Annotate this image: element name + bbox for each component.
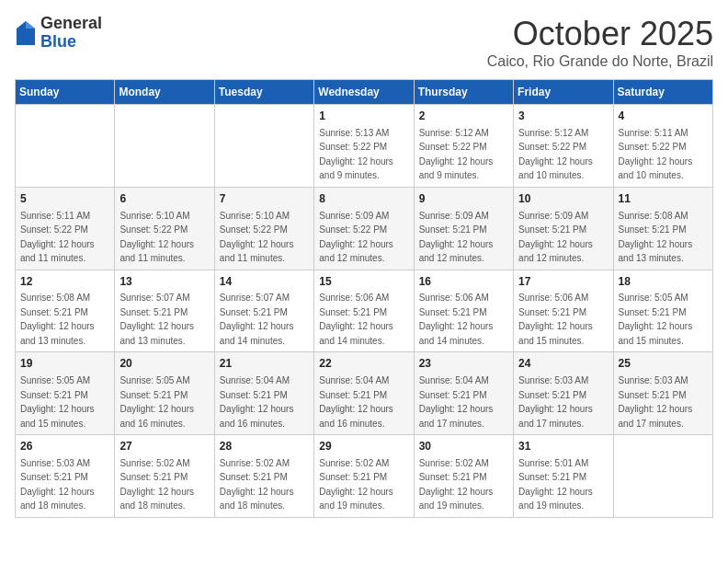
day-number: 30 (419, 439, 508, 454)
location-title: Caico, Rio Grande do Norte, Brazil (487, 53, 713, 70)
logo: General Blue (15, 15, 102, 52)
day-info: Sunrise: 5:01 AM Sunset: 5:21 PM Dayligh… (518, 458, 593, 511)
calendar-cell: 24Sunrise: 5:03 AM Sunset: 5:21 PM Dayli… (514, 352, 613, 435)
calendar-cell: 23Sunrise: 5:04 AM Sunset: 5:21 PM Dayli… (414, 352, 513, 435)
week-row-1: 1Sunrise: 5:13 AM Sunset: 5:22 PM Daylig… (16, 105, 713, 188)
day-header-tuesday: Tuesday (214, 80, 313, 105)
day-number: 21 (220, 356, 309, 372)
day-number: 16 (419, 274, 508, 290)
day-info: Sunrise: 5:02 AM Sunset: 5:21 PM Dayligh… (419, 458, 494, 511)
day-number: 13 (119, 274, 209, 290)
day-header-saturday: Saturday (613, 80, 712, 105)
calendar-cell (613, 435, 712, 518)
day-number: 27 (119, 439, 209, 454)
day-number: 26 (20, 439, 109, 454)
calendar-cell: 21Sunrise: 5:04 AM Sunset: 5:21 PM Dayli… (214, 352, 313, 435)
day-info: Sunrise: 5:03 AM Sunset: 5:21 PM Dayligh… (518, 375, 593, 429)
calendar-cell: 6Sunrise: 5:10 AM Sunset: 5:22 PM Daylig… (115, 187, 214, 270)
calendar-cell (16, 105, 115, 188)
header-row: SundayMondayTuesdayWednesdayThursdayFrid… (16, 80, 713, 105)
day-info: Sunrise: 5:06 AM Sunset: 5:21 PM Dayligh… (419, 293, 494, 346)
day-number: 5 (20, 191, 109, 207)
calendar-cell: 27Sunrise: 5:02 AM Sunset: 5:21 PM Dayli… (115, 435, 214, 518)
calendar-cell: 8Sunrise: 5:09 AM Sunset: 5:22 PM Daylig… (314, 187, 414, 270)
day-info: Sunrise: 5:04 AM Sunset: 5:21 PM Dayligh… (220, 375, 294, 429)
day-number: 8 (319, 191, 408, 207)
day-info: Sunrise: 5:07 AM Sunset: 5:21 PM Dayligh… (119, 293, 194, 346)
day-info: Sunrise: 5:05 AM Sunset: 5:21 PM Dayligh… (619, 293, 693, 346)
day-info: Sunrise: 5:02 AM Sunset: 5:21 PM Dayligh… (319, 458, 393, 511)
day-info: Sunrise: 5:12 AM Sunset: 5:22 PM Dayligh… (518, 128, 593, 181)
day-number: 29 (319, 439, 408, 454)
day-number: 25 (619, 356, 708, 372)
calendar-cell: 13Sunrise: 5:07 AM Sunset: 5:21 PM Dayli… (115, 270, 214, 352)
day-number: 23 (419, 356, 508, 372)
calendar-cell: 29Sunrise: 5:02 AM Sunset: 5:21 PM Dayli… (314, 435, 414, 518)
day-header-wednesday: Wednesday (314, 80, 414, 105)
calendar-cell: 10Sunrise: 5:09 AM Sunset: 5:21 PM Dayli… (514, 187, 613, 270)
day-number: 3 (518, 109, 608, 124)
day-info: Sunrise: 5:09 AM Sunset: 5:21 PM Dayligh… (518, 211, 593, 264)
calendar-cell: 5Sunrise: 5:11 AM Sunset: 5:22 PM Daylig… (16, 187, 115, 270)
calendar-cell: 18Sunrise: 5:05 AM Sunset: 5:21 PM Dayli… (613, 270, 712, 352)
day-info: Sunrise: 5:04 AM Sunset: 5:21 PM Dayligh… (319, 375, 393, 429)
day-header-thursday: Thursday (414, 80, 513, 105)
calendar-cell: 14Sunrise: 5:07 AM Sunset: 5:21 PM Dayli… (214, 270, 313, 352)
day-info: Sunrise: 5:09 AM Sunset: 5:22 PM Dayligh… (319, 211, 393, 264)
day-number: 15 (319, 274, 408, 290)
day-info: Sunrise: 5:02 AM Sunset: 5:21 PM Dayligh… (119, 458, 194, 511)
day-info: Sunrise: 5:08 AM Sunset: 5:21 PM Dayligh… (619, 211, 693, 264)
day-number: 24 (518, 356, 608, 372)
day-number: 14 (220, 274, 309, 290)
logo-icon (15, 19, 37, 47)
day-number: 11 (619, 191, 708, 207)
calendar-table: SundayMondayTuesdayWednesdayThursdayFrid… (15, 79, 713, 518)
calendar-cell: 16Sunrise: 5:06 AM Sunset: 5:21 PM Dayli… (414, 270, 513, 352)
day-number: 4 (619, 109, 708, 124)
day-info: Sunrise: 5:03 AM Sunset: 5:21 PM Dayligh… (20, 458, 95, 511)
day-info: Sunrise: 5:10 AM Sunset: 5:22 PM Dayligh… (220, 211, 294, 264)
calendar-cell: 25Sunrise: 5:03 AM Sunset: 5:21 PM Dayli… (613, 352, 712, 435)
day-info: Sunrise: 5:06 AM Sunset: 5:21 PM Dayligh… (518, 293, 593, 346)
day-info: Sunrise: 5:02 AM Sunset: 5:21 PM Dayligh… (220, 458, 294, 511)
calendar-cell: 9Sunrise: 5:09 AM Sunset: 5:21 PM Daylig… (414, 187, 513, 270)
calendar-cell: 4Sunrise: 5:11 AM Sunset: 5:22 PM Daylig… (613, 105, 712, 188)
day-number: 17 (518, 274, 608, 290)
day-info: Sunrise: 5:11 AM Sunset: 5:22 PM Dayligh… (619, 128, 693, 181)
day-header-monday: Monday (115, 80, 214, 105)
day-info: Sunrise: 5:04 AM Sunset: 5:21 PM Dayligh… (419, 375, 494, 429)
day-number: 20 (119, 356, 209, 372)
month-title: October 2025 (487, 15, 713, 53)
calendar-cell: 12Sunrise: 5:08 AM Sunset: 5:21 PM Dayli… (16, 270, 115, 352)
calendar-cell: 20Sunrise: 5:05 AM Sunset: 5:21 PM Dayli… (115, 352, 214, 435)
calendar-cell (214, 105, 313, 188)
day-info: Sunrise: 5:09 AM Sunset: 5:21 PM Dayligh… (419, 211, 494, 264)
title-section: October 2025 Caico, Rio Grande do Norte,… (487, 15, 713, 70)
page-header: General Blue October 2025 Caico, Rio Gra… (15, 15, 713, 70)
calendar-cell: 11Sunrise: 5:08 AM Sunset: 5:21 PM Dayli… (613, 187, 712, 270)
calendar-cell: 2Sunrise: 5:12 AM Sunset: 5:22 PM Daylig… (414, 105, 513, 188)
week-row-5: 26Sunrise: 5:03 AM Sunset: 5:21 PM Dayli… (16, 435, 713, 518)
day-info: Sunrise: 5:06 AM Sunset: 5:21 PM Dayligh… (319, 293, 393, 346)
calendar-cell (115, 105, 214, 188)
day-info: Sunrise: 5:11 AM Sunset: 5:22 PM Dayligh… (20, 211, 95, 264)
day-info: Sunrise: 5:05 AM Sunset: 5:21 PM Dayligh… (20, 375, 95, 429)
svg-marker-1 (26, 21, 35, 29)
day-number: 2 (419, 109, 508, 124)
day-number: 9 (419, 191, 508, 207)
calendar-cell: 31Sunrise: 5:01 AM Sunset: 5:21 PM Dayli… (514, 435, 613, 518)
calendar-cell: 1Sunrise: 5:13 AM Sunset: 5:22 PM Daylig… (314, 105, 414, 188)
day-info: Sunrise: 5:03 AM Sunset: 5:21 PM Dayligh… (619, 375, 693, 429)
week-row-4: 19Sunrise: 5:05 AM Sunset: 5:21 PM Dayli… (16, 352, 713, 435)
calendar-cell: 7Sunrise: 5:10 AM Sunset: 5:22 PM Daylig… (214, 187, 313, 270)
calendar-cell: 30Sunrise: 5:02 AM Sunset: 5:21 PM Dayli… (414, 435, 513, 518)
day-number: 22 (319, 356, 408, 372)
day-info: Sunrise: 5:10 AM Sunset: 5:22 PM Dayligh… (119, 211, 194, 264)
calendar-cell: 28Sunrise: 5:02 AM Sunset: 5:21 PM Dayli… (214, 435, 313, 518)
day-number: 19 (20, 356, 109, 372)
day-number: 7 (220, 191, 309, 207)
logo-general-text: General (40, 15, 102, 33)
day-info: Sunrise: 5:07 AM Sunset: 5:21 PM Dayligh… (220, 293, 294, 346)
calendar-cell: 3Sunrise: 5:12 AM Sunset: 5:22 PM Daylig… (514, 105, 613, 188)
calendar-cell: 22Sunrise: 5:04 AM Sunset: 5:21 PM Dayli… (314, 352, 414, 435)
